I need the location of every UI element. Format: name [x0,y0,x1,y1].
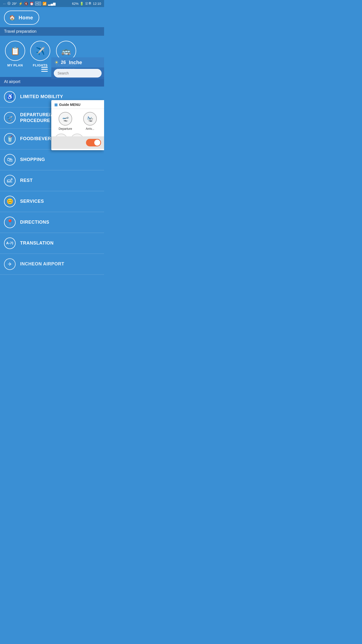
guide-body: 🛫 Departure 🛬 Arriv... [51,109,104,134]
g-icon: Ⓖ [7,1,11,6]
mute-icon: 🔇 [24,2,28,6]
guide-menu-panel: ▦ Guide MENU 🛫 Departure 🛬 Arriv... + − [51,100,104,150]
guide-header: ▦ Guide MENU [51,100,104,109]
alarm-icon: ⏰ [30,2,34,6]
departure-guide-item[interactable]: 🛫 Departure [54,112,76,131]
hamburger-line-2 [41,69,48,70]
departure-arrival-icon: 🛫 [4,112,16,124]
toggle-button[interactable] [86,139,101,146]
wifi-icon: 📶 [42,2,47,6]
bluetooth-icon: ⚡ [19,2,23,6]
shopping-item[interactable]: 🛍 SHOPPING [0,149,104,170]
status-bar-left: ··· Ⓖ 29° ⚡ 🔇 ⏰ HD 📶 ▂▄▆ [3,1,56,6]
temperature: 29° [12,2,17,6]
hamburger-line-3 [41,71,48,72]
limited-mobility-label: LIMITED MOBILITY [20,94,63,100]
translation-label: TRANSLATION [20,240,54,246]
battery-icon: 🔋 [80,2,84,6]
guide-menu-label: Guide MENU [59,103,80,107]
battery-percent: 62% [72,2,78,6]
travel-prep-header: Travel preparation [0,27,104,36]
home-button[interactable]: 🏠 Home [4,11,39,25]
arrival-guide-label: Arriv... [86,127,94,131]
translation-icon: A-가 [4,237,16,249]
hd-icon: HD [35,2,41,5]
directions-item[interactable]: 📍 DIRECTIONS [0,212,104,233]
flights-icon: ✈️ [30,41,50,61]
rest-label: REST [20,178,33,183]
grid-icon: ▦ [54,103,58,107]
incheon-weather-row: ☀ 26 Inche [51,57,104,67]
incheon-airport-label: INCHEON AIRPORT [20,261,64,267]
toggle-knob [94,140,100,146]
limited-mobility-icon: ♿ [4,91,16,103]
time: 12:10 [93,2,101,6]
home-btn-row: 🏠 Home [0,7,104,27]
notification-icon: ··· [3,2,6,6]
hamburger-line-1 [41,67,48,68]
signal-icon: ▂▄▆ [48,2,55,6]
home-label: Home [19,15,33,21]
food-beverage-icon: 🥤 [4,133,16,145]
rest-icon: 🛋 [4,175,16,186]
status-bar-right: 62% 🔋 오후 12:10 [72,1,101,6]
services-label: SERVICES [20,198,44,204]
search-input[interactable] [54,69,102,77]
departure-guide-label: Departure [59,127,72,131]
arrival-guide-item[interactable]: 🛬 Arriv... [79,112,101,131]
arrival-guide-icon: 🛬 [83,112,97,126]
search-bar-row [51,67,104,79]
incheon-airport-item[interactable]: ✈ INCHEON AIRPORT [0,254,104,275]
directions-icon: 📍 [4,217,16,228]
app-container: 🏠 Home Travel preparation 📋 MY PLAN ✈️ F… [0,7,104,275]
time-period: 오후 [85,1,92,6]
status-bar: ··· Ⓖ 29° ⚡ 🔇 ⏰ HD 📶 ▂▄▆ 62% 🔋 오후 12:10 [0,0,104,7]
departure-guide-icon: 🛫 [59,112,72,126]
weather-temp: 26 [61,60,66,65]
rest-item[interactable]: 🛋 REST [0,170,104,191]
services-icon: 😊 [4,196,16,207]
translation-item[interactable]: A-가 TRANSLATION [0,233,104,254]
directions-label: DIRECTIONS [20,219,49,225]
shopping-label: SHOPPING [20,157,45,163]
incheon-airport-icon: ✈ [4,258,16,270]
home-icon: 🏠 [8,14,16,22]
my-plan-item[interactable]: 📋 MY PLAN [5,41,25,72]
my-plan-label: MY PLAN [7,63,23,68]
hamburger-menu[interactable] [40,64,49,74]
shopping-icon: 🛍 [4,154,16,166]
toggle-row [51,136,104,149]
services-item[interactable]: 😊 SERVICES [0,191,104,212]
incheon-label: Inche [69,60,82,65]
sun-icon: ☀ [54,59,59,65]
my-plan-icon: 📋 [5,41,25,61]
